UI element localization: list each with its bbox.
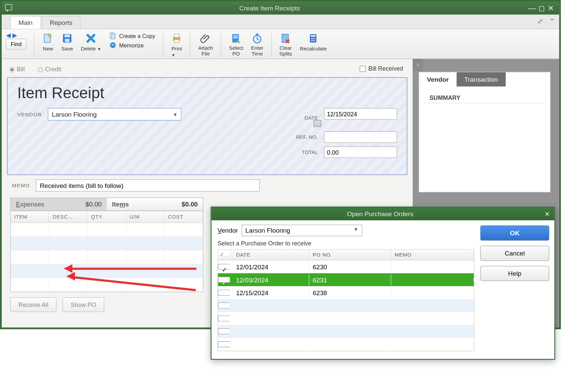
memorize-button[interactable]: Memorize	[109, 41, 155, 49]
svg-rect-6	[111, 34, 115, 39]
svg-rect-12	[233, 36, 238, 37]
show-po-button[interactable]: Show PO	[63, 297, 104, 312]
po-row-empty[interactable]	[218, 312, 474, 325]
row-memo	[391, 265, 474, 268]
svg-point-19	[311, 38, 313, 40]
row-check-icon[interactable]: ✓	[218, 277, 230, 283]
date-field[interactable]	[324, 108, 397, 120]
side-tab-transaction[interactable]: Transaction	[457, 72, 506, 86]
open-purchase-orders-dialog: Open Purchase Orders ✕ Vendor Larson Flo…	[211, 206, 555, 360]
receive-all-button[interactable]: Receive All	[10, 297, 57, 312]
memo-field[interactable]	[36, 180, 260, 192]
tab-reports[interactable]: Reports	[42, 16, 81, 29]
po-grid[interactable]: ✓ DATE PO NO. MEMO ✓12/01/20246230✓12/03…	[217, 249, 474, 351]
credit-radio[interactable]: Credit	[38, 66, 61, 73]
row-po-no: 6238	[309, 287, 391, 298]
enter-time-button[interactable]: EnterTime	[251, 32, 264, 57]
svg-point-22	[311, 40, 313, 41]
row-memo	[391, 291, 474, 294]
vendor-label: VENDOR	[17, 111, 42, 117]
window-menu-icon[interactable]	[5, 4, 12, 10]
new-button[interactable]: New	[42, 32, 54, 52]
po-row-empty[interactable]	[218, 325, 474, 338]
row-check-icon[interactable]	[218, 289, 230, 296]
tab-expenses[interactable]: Expenses $0.00	[11, 198, 107, 210]
col-qty: QTY	[87, 211, 126, 222]
row-date: 12/01/2024	[233, 262, 309, 272]
close-icon[interactable]: ✕	[548, 4, 557, 13]
window-controls: —◻✕	[520, 2, 559, 14]
clear-splits-button[interactable]: ClearSplits	[279, 32, 292, 57]
po-row[interactable]: 12/15/20246238	[218, 286, 474, 299]
side-tab-vendor[interactable]: Vendor	[419, 72, 456, 86]
chevron-down-icon: ▼	[173, 112, 178, 117]
delete-button[interactable]: Delete ▼	[81, 32, 101, 52]
col-po-no: PO NO.	[309, 249, 391, 260]
expand-icon[interactable]: ⤢	[537, 17, 543, 25]
svg-point-20	[313, 38, 314, 40]
summary-heading: SUMMARY	[423, 86, 546, 103]
bill-received-checkbox[interactable]: Bill Received	[360, 65, 403, 72]
maximize-icon[interactable]: ◻	[538, 4, 548, 13]
prev-arrow-icon[interactable]: ◀	[6, 32, 11, 39]
grid-row[interactable]	[11, 250, 203, 264]
row-memo	[391, 278, 474, 281]
line-items-grid[interactable]: ITEM DESC... QTY U/M COST	[10, 211, 203, 292]
chevron-down-icon: ▼	[97, 47, 101, 51]
title-bar: Create Item Receipts —◻✕	[2, 2, 559, 14]
ref-no-label: REF. NO.	[296, 134, 318, 140]
save-button[interactable]: Save	[61, 32, 73, 52]
cancel-button[interactable]: Cancel	[480, 246, 549, 261]
dialog-title: Open Purchase Orders	[216, 210, 545, 218]
receipt-form: Item Receipt VENDOR Larson Flooring ▼	[7, 77, 407, 175]
svg-rect-15	[256, 34, 258, 35]
expenses-items-tabs: Expenses $0.00 Items $0.00	[10, 198, 203, 211]
dialog-vendor-combobox[interactable]: Larson Flooring ▼	[242, 225, 362, 236]
next-arrow-icon[interactable]: ▶	[12, 32, 17, 39]
dialog-vendor-label: Vendor	[217, 227, 238, 234]
bill-radio[interactable]: Bill	[9, 66, 25, 73]
po-row-empty[interactable]	[218, 338, 474, 351]
select-po-button[interactable]: SelectPO	[229, 32, 243, 57]
minimize-icon[interactable]: —	[528, 4, 538, 13]
memo-label: MEMO	[12, 183, 30, 189]
po-row[interactable]: ✓12/03/20246231	[218, 273, 474, 286]
ok-button[interactable]: OK	[480, 226, 549, 241]
total-label: TOTAL	[302, 149, 318, 155]
col-desc: DESC...	[49, 211, 87, 222]
svg-point-24	[314, 40, 315, 41]
grid-row[interactable]	[11, 278, 203, 292]
ref-no-field[interactable]	[324, 131, 397, 143]
chevron-down-icon: ▼	[172, 53, 175, 57]
po-row-empty[interactable]	[218, 299, 474, 312]
po-row[interactable]: ✓12/01/20246230	[218, 260, 474, 273]
row-po-no: 6231	[309, 274, 391, 285]
chevron-down-icon: ▼	[353, 227, 358, 234]
recalculate-button[interactable]: Recalculate	[300, 32, 327, 52]
row-check-icon[interactable]: ✓	[218, 264, 230, 270]
tab-items[interactable]: Items $0.00	[107, 198, 203, 210]
grid-row[interactable]	[11, 223, 203, 237]
help-button[interactable]: Help	[480, 266, 549, 281]
col-um: U/M	[126, 211, 165, 222]
attach-file-button[interactable]: AttachFile	[198, 32, 213, 57]
svg-rect-13	[233, 37, 238, 38]
row-date: 12/15/2024	[233, 287, 309, 298]
col-date: DATE	[233, 249, 309, 260]
tab-main[interactable]: Main	[10, 16, 41, 29]
dialog-close-icon[interactable]: ✕	[545, 210, 550, 218]
side-collapse-icon[interactable]: ›	[413, 59, 423, 71]
grid-row[interactable]	[11, 237, 203, 250]
create-copy-button[interactable]: Create a Copy	[109, 32, 155, 40]
grid-row[interactable]	[11, 264, 203, 278]
collapse-ribbon-icon[interactable]: ⌃	[549, 17, 555, 25]
col-memo: MEMO	[391, 249, 474, 260]
print-button[interactable]: Print▼	[171, 32, 182, 58]
svg-rect-3	[64, 35, 70, 37]
ribbon-tabs: Main Reports ⤢ ⌃	[2, 15, 559, 30]
calendar-icon[interactable]	[314, 120, 321, 127]
find-button[interactable]: Find	[6, 39, 27, 49]
vendor-combobox[interactable]: Larson Flooring ▼	[48, 108, 182, 120]
svg-point-7	[110, 42, 115, 48]
total-field[interactable]	[324, 146, 397, 158]
